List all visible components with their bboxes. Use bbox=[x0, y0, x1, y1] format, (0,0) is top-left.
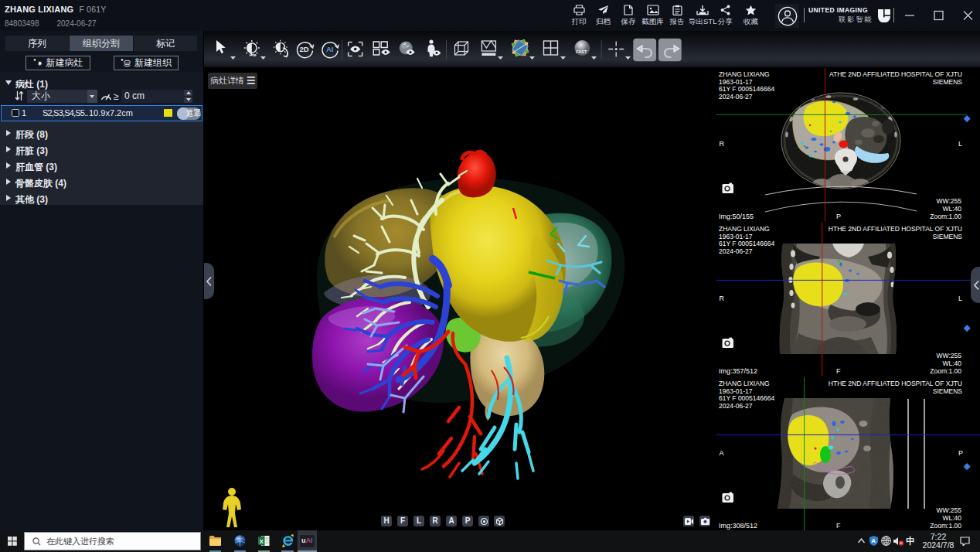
svg-text:Zoom:1.00: Zoom:1.00 bbox=[930, 213, 961, 220]
svg-text:A: A bbox=[720, 449, 724, 457]
svg-text:WW:255: WW:255 bbox=[937, 197, 962, 205]
svg-text:WL:40: WL:40 bbox=[942, 359, 961, 367]
svg-text:L: L bbox=[958, 295, 962, 302]
svg-text:2024-06-27: 2024-06-27 bbox=[719, 93, 753, 101]
svg-text:P: P bbox=[836, 213, 841, 220]
svg-text:HTHE 2ND AFFILIATED HOSPITAL O: HTHE 2ND AFFILIATED HOSPITAL OF XJTU bbox=[829, 225, 962, 233]
svg-text:WW:255: WW:255 bbox=[937, 352, 962, 359]
svg-text:SIEMENS: SIEMENS bbox=[933, 78, 963, 86]
svg-text:Zoom:1.00: Zoom:1.00 bbox=[930, 522, 961, 530]
svg-text:Img:50/155: Img:50/155 bbox=[719, 213, 754, 220]
svg-text:WW:255: WW:255 bbox=[937, 506, 962, 514]
svg-text:Pre: Pre bbox=[250, 53, 257, 57]
svg-text:X: X bbox=[260, 538, 264, 545]
svg-text:FAST: FAST bbox=[576, 49, 587, 54]
svg-text:ZHANG LIXIANG: ZHANG LIXIANG bbox=[719, 380, 770, 387]
svg-text:ZHANG LIXIANG: ZHANG LIXIANG bbox=[719, 70, 770, 78]
svg-text:A: A bbox=[871, 537, 876, 544]
svg-text:2024-06-27: 2024-06-27 bbox=[719, 402, 753, 410]
svg-text:2024-06-27: 2024-06-27 bbox=[719, 247, 753, 255]
svg-text:WL:40: WL:40 bbox=[942, 514, 961, 522]
svg-text:Zoom:1.00: Zoom:1.00 bbox=[930, 367, 961, 375]
svg-text:SIEMENS: SIEMENS bbox=[933, 387, 963, 395]
svg-text:ZHANG LIXIANG: ZHANG LIXIANG bbox=[719, 225, 770, 233]
svg-text:61Y F 0005146664: 61Y F 0005146664 bbox=[719, 394, 774, 402]
svg-text:F: F bbox=[836, 367, 841, 375]
svg-text:F: F bbox=[836, 522, 841, 530]
svg-text:1963-01-17: 1963-01-17 bbox=[719, 78, 753, 86]
svg-text:Img:357/512: Img:357/512 bbox=[719, 367, 757, 375]
svg-text:61Y F 0005146664: 61Y F 0005146664 bbox=[719, 85, 774, 93]
svg-text:P: P bbox=[958, 449, 963, 457]
svg-text:AI: AI bbox=[326, 45, 334, 53]
svg-text:R: R bbox=[720, 295, 725, 302]
svg-text:HTHE 2ND AFFILIATED HOSPITAL O: HTHE 2ND AFFILIATED HOSPITAL OF XJTU bbox=[829, 380, 962, 387]
svg-text:SIEMENS: SIEMENS bbox=[933, 233, 963, 240]
svg-text:1963-01-17: 1963-01-17 bbox=[719, 233, 753, 240]
svg-text:61Y F 0005146664: 61Y F 0005146664 bbox=[719, 240, 774, 247]
svg-text:2D: 2D bbox=[300, 45, 309, 53]
svg-text:WL:40: WL:40 bbox=[942, 205, 961, 213]
svg-text:Img:308/512: Img:308/512 bbox=[719, 522, 757, 530]
svg-text:L: L bbox=[958, 140, 962, 148]
svg-text:1963-01-17: 1963-01-17 bbox=[719, 387, 753, 395]
svg-text:R: R bbox=[720, 140, 725, 148]
svg-text:ATHE 2ND AFFILIATED HOSPITAL O: ATHE 2ND AFFILIATED HOSPITAL OF XJTU bbox=[829, 70, 962, 78]
